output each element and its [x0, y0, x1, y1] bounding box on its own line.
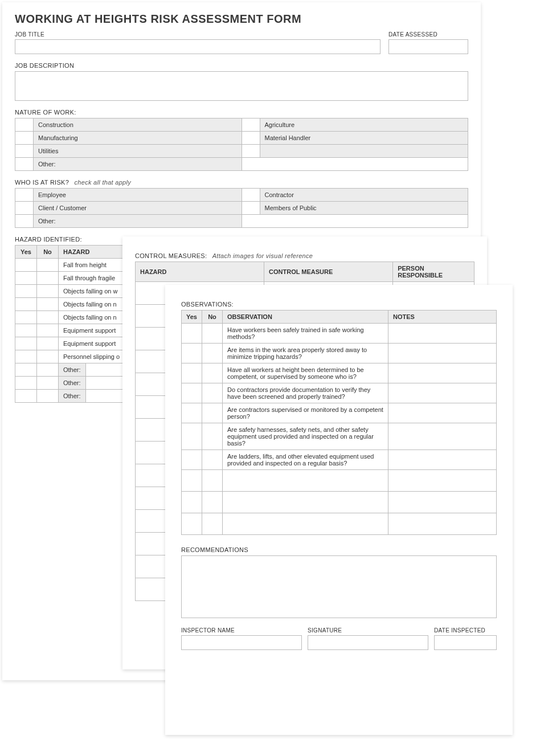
- hazard-no-check[interactable]: [37, 377, 59, 390]
- obs-no-check[interactable]: [202, 363, 223, 383]
- obs-text-blank[interactable]: [223, 492, 388, 513]
- hazard-yes-check[interactable]: [15, 377, 37, 390]
- hazard-no-check[interactable]: [37, 350, 59, 363]
- hazard-yes-check[interactable]: [15, 324, 37, 337]
- risk-other-label: Other:: [34, 215, 242, 228]
- hazard-other-input[interactable]: [86, 377, 128, 389]
- hazard-text: Personnel slipping o: [59, 350, 129, 363]
- obs-no-header: No: [202, 310, 223, 324]
- signature-input[interactable]: [308, 635, 428, 650]
- obs-text-blank[interactable]: [223, 470, 388, 492]
- hazard-no-check[interactable]: [37, 259, 59, 272]
- hazard-other-cell: Other:: [59, 377, 129, 390]
- hazard-no-check[interactable]: [37, 285, 59, 298]
- obs-notes-cell[interactable]: [388, 423, 497, 450]
- obs-no-check[interactable]: [202, 492, 223, 513]
- obs-yes-check[interactable]: [182, 513, 202, 535]
- risk-check[interactable]: [15, 215, 34, 228]
- obs-no-check[interactable]: [202, 470, 223, 492]
- hazard-no-check[interactable]: [37, 363, 59, 377]
- date-inspected-input[interactable]: [434, 635, 497, 650]
- obs-yes-check[interactable]: [182, 344, 202, 363]
- who-at-risk-table: Employee Contractor Client / Customer Me…: [15, 188, 468, 228]
- hazard-no-check[interactable]: [37, 324, 59, 337]
- obs-notes-cell[interactable]: [388, 403, 497, 423]
- hazard-text: Fall from height: [59, 259, 129, 272]
- hazard-yes-check[interactable]: [15, 350, 37, 363]
- obs-no-check[interactable]: [202, 423, 223, 450]
- nature-option: Utilities: [34, 145, 242, 158]
- nature-check[interactable]: [242, 132, 260, 145]
- hazard-no-check[interactable]: [37, 272, 59, 285]
- obs-yes-check[interactable]: [182, 324, 202, 344]
- nature-check[interactable]: [15, 145, 34, 158]
- obs-yes-check[interactable]: [182, 492, 202, 513]
- risk-check[interactable]: [242, 202, 260, 215]
- hazard-no-check[interactable]: [37, 337, 59, 350]
- obs-no-check[interactable]: [202, 513, 223, 535]
- hazard-no-check[interactable]: [37, 311, 59, 324]
- obs-no-check[interactable]: [202, 324, 223, 344]
- recommendations-input[interactable]: [181, 555, 497, 618]
- hazard-other-input[interactable]: [86, 363, 128, 376]
- obs-notes-cell[interactable]: [388, 492, 497, 513]
- obs-notes-cell[interactable]: [388, 363, 497, 383]
- nature-other-input[interactable]: [242, 158, 468, 171]
- nature-option: [260, 145, 468, 158]
- obs-notes-cell[interactable]: [388, 324, 497, 344]
- obs-no-check[interactable]: [202, 403, 223, 423]
- hazard-yes-check[interactable]: [15, 285, 37, 298]
- control-measure-header: CONTROL MEASURE: [264, 262, 393, 282]
- hazard-text: Objects falling on n: [59, 298, 129, 311]
- obs-yes-check[interactable]: [182, 450, 202, 470]
- date-assessed-input[interactable]: [388, 39, 468, 54]
- risk-label-text: WHO IS AT RISK?: [15, 179, 69, 186]
- hazard-yes-check[interactable]: [15, 337, 37, 350]
- nature-check[interactable]: [15, 158, 34, 171]
- obs-no-check[interactable]: [202, 450, 223, 470]
- obs-no-check[interactable]: [202, 344, 223, 363]
- obs-yes-check[interactable]: [182, 363, 202, 383]
- job-description-input[interactable]: [15, 71, 468, 101]
- hazard-yes-check[interactable]: [15, 259, 37, 272]
- inspector-name-input[interactable]: [181, 635, 302, 650]
- risk-check[interactable]: [15, 202, 34, 215]
- nature-check[interactable]: [242, 145, 260, 158]
- obs-yes-check[interactable]: [182, 423, 202, 450]
- hazard-text: Fall through fragile: [59, 272, 129, 285]
- obs-notes-cell[interactable]: [388, 513, 497, 535]
- nature-check[interactable]: [15, 118, 34, 132]
- hazard-yes-check[interactable]: [15, 311, 37, 324]
- nature-check[interactable]: [15, 132, 34, 145]
- obs-yes-check[interactable]: [182, 470, 202, 492]
- obs-text-blank[interactable]: [223, 513, 388, 535]
- risk-check[interactable]: [242, 189, 260, 202]
- date-inspected-label: DATE INSPECTED: [434, 627, 497, 634]
- obs-yes-check[interactable]: [182, 403, 202, 423]
- job-description-label: JOB DESCRIPTION: [15, 62, 468, 69]
- risk-check[interactable]: [15, 189, 34, 202]
- control-measures-label: CONTROL MEASURES: Attach images for visu…: [135, 252, 474, 259]
- hazard-no-check[interactable]: [37, 390, 59, 403]
- risk-other-input[interactable]: [242, 215, 468, 228]
- hazard-yes-check[interactable]: [15, 272, 37, 285]
- obs-no-check[interactable]: [202, 383, 223, 403]
- hazard-yes-check[interactable]: [15, 363, 37, 377]
- hazard-yes-check[interactable]: [15, 390, 37, 403]
- hazard-other-input[interactable]: [86, 390, 128, 402]
- obs-notes-cell[interactable]: [388, 450, 497, 470]
- nature-check[interactable]: [242, 118, 260, 132]
- obs-notes-cell[interactable]: [388, 344, 497, 363]
- obs-notes-cell[interactable]: [388, 470, 497, 492]
- obs-yes-check[interactable]: [182, 383, 202, 403]
- hazard-no-check[interactable]: [37, 298, 59, 311]
- risk-option: Client / Customer: [34, 202, 242, 215]
- nature-option: Construction: [34, 118, 242, 132]
- hazard-yes-check[interactable]: [15, 298, 37, 311]
- risk-option: Members of Public: [260, 202, 468, 215]
- hazard-other-cell: Other:: [59, 390, 129, 403]
- job-title-input[interactable]: [15, 39, 380, 54]
- control-person-header: PERSON RESPONSIBLE: [393, 262, 474, 282]
- inspector-name-label: INSPECTOR NAME: [181, 627, 302, 634]
- obs-notes-cell[interactable]: [388, 383, 497, 403]
